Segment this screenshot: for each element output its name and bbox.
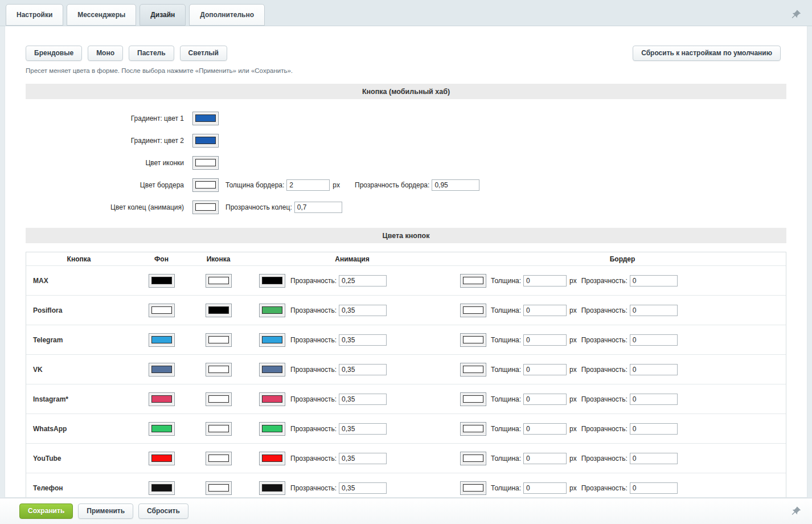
- border-color-swatch[interactable]: [460, 452, 486, 465]
- icon-color-swatch[interactable]: [206, 392, 232, 406]
- preset-pastel-button[interactable]: Пастель: [129, 46, 174, 61]
- px-label: px: [333, 181, 340, 189]
- icon-color-value: [208, 336, 229, 343]
- icon-color-swatch[interactable]: [206, 481, 232, 495]
- rings-color-swatch[interactable]: [192, 200, 219, 214]
- border-color-swatch[interactable]: [192, 178, 219, 192]
- border-color-swatch[interactable]: [460, 304, 486, 317]
- bg-color-swatch[interactable]: [149, 452, 175, 465]
- animation-color-swatch[interactable]: [259, 452, 285, 465]
- animation-color-swatch[interactable]: [259, 422, 285, 436]
- icon-color-swatch[interactable]: [206, 452, 232, 465]
- tab-settings[interactable]: Настройки: [6, 4, 63, 26]
- bg-color-value: [151, 425, 172, 432]
- border-color-swatch[interactable]: [460, 274, 486, 288]
- border-opacity-input[interactable]: [630, 305, 678, 316]
- preset-mono-button[interactable]: Моно: [88, 46, 123, 61]
- border-color-swatch[interactable]: [460, 481, 486, 495]
- animation-color-swatch[interactable]: [259, 392, 285, 406]
- animation-opacity-input[interactable]: [339, 423, 387, 435]
- animation-opacity-input[interactable]: [339, 394, 387, 405]
- border-thickness-input[interactable]: [523, 364, 567, 375]
- border-opacity-input[interactable]: [630, 364, 678, 375]
- save-button[interactable]: Сохранить: [19, 503, 73, 519]
- border-opacity-input[interactable]: [630, 453, 678, 464]
- border-thickness-input[interactable]: [523, 482, 567, 494]
- bg-color-swatch[interactable]: [149, 392, 175, 406]
- gradient2-color-swatch[interactable]: [192, 134, 219, 148]
- border-thickness-input[interactable]: [523, 423, 567, 435]
- bg-color-value: [151, 277, 172, 284]
- border-thickness-input[interactable]: [523, 334, 567, 346]
- border-thickness-input[interactable]: [523, 275, 567, 286]
- animation-color-swatch[interactable]: [259, 274, 285, 288]
- animation-opacity-input[interactable]: [339, 482, 387, 494]
- icon-color-swatch[interactable]: [206, 333, 232, 347]
- border-opacity-input[interactable]: [630, 334, 678, 346]
- gradient2-label: Градиент: цвет 2: [26, 137, 190, 145]
- thickness-label: Толщина:: [491, 455, 521, 462]
- bg-color-swatch[interactable]: [149, 422, 175, 436]
- icon-color-swatch[interactable]: [192, 156, 219, 170]
- animation-color-swatch[interactable]: [259, 304, 285, 317]
- reset-button[interactable]: Сбросить: [138, 503, 188, 519]
- opacity-label: Прозрачность:: [290, 306, 337, 314]
- column-header-border: Бордер: [459, 255, 786, 263]
- tab-design[interactable]: Дизайн: [140, 4, 186, 26]
- opacity-label: Прозрачность:: [581, 277, 628, 285]
- border-thickness-input[interactable]: [523, 394, 567, 405]
- bg-color-swatch[interactable]: [149, 363, 175, 376]
- bg-color-swatch[interactable]: [149, 481, 175, 495]
- animation-opacity-input[interactable]: [339, 364, 387, 375]
- icon-color-swatch[interactable]: [206, 274, 232, 288]
- animation-color-swatch[interactable]: [259, 481, 285, 495]
- animation-opacity-input[interactable]: [339, 334, 387, 346]
- icon-color-swatch[interactable]: [206, 363, 232, 376]
- border-thickness-input[interactable]: [286, 179, 330, 191]
- bg-color-swatch[interactable]: [149, 304, 175, 317]
- button-name: MAX: [26, 277, 132, 285]
- bg-color-swatch[interactable]: [149, 274, 175, 288]
- border-color-value: [463, 336, 483, 343]
- border-thickness-input[interactable]: [523, 305, 567, 316]
- gradient1-color-swatch[interactable]: [192, 112, 219, 125]
- icon-color-swatch[interactable]: [206, 304, 232, 317]
- border-opacity-input[interactable]: [630, 394, 678, 405]
- preset-light-button[interactable]: Светлый: [180, 46, 227, 61]
- animation-opacity-input[interactable]: [339, 453, 387, 464]
- animation-opacity-input[interactable]: [339, 275, 387, 286]
- tab-messengers[interactable]: Мессенджеры: [67, 4, 136, 26]
- border-color-swatch[interactable]: [460, 333, 486, 347]
- animation-color-swatch[interactable]: [259, 333, 285, 347]
- apply-button[interactable]: Применить: [78, 503, 133, 519]
- px-label: px: [569, 306, 577, 314]
- animation-opacity-input[interactable]: [339, 305, 387, 316]
- border-color-swatch[interactable]: [460, 422, 486, 436]
- border-color-swatch[interactable]: [460, 363, 486, 376]
- tab-additional[interactable]: Дополнительно: [189, 4, 265, 26]
- column-header-animation: Анимация: [245, 255, 459, 263]
- animation-color-swatch[interactable]: [259, 363, 285, 376]
- border-color-value: [463, 455, 483, 462]
- rings-opacity-input[interactable]: [294, 202, 342, 213]
- bg-color-value: [151, 395, 172, 403]
- preset-brand-button[interactable]: Брендовые: [26, 46, 82, 61]
- hub-form: Градиент: цвет 1 Градиент: цвет 2 Цвет и…: [26, 107, 786, 218]
- rings-color-row: Цвет колец (анимация) Прозрачность колец…: [26, 196, 786, 218]
- thickness-label: Толщина:: [491, 366, 521, 374]
- icon-color-value: [208, 425, 229, 432]
- border-opacity-input[interactable]: [630, 275, 678, 286]
- pin-icon[interactable]: [790, 506, 802, 517]
- border-opacity-input[interactable]: [630, 482, 678, 494]
- reset-to-default-button[interactable]: Сбросить к настройкам по умолчанию: [633, 46, 781, 61]
- section-header-button-colors: Цвета кнопок: [26, 228, 786, 243]
- border-opacity-input[interactable]: [630, 423, 678, 435]
- border-opacity-input[interactable]: [432, 179, 479, 191]
- pin-icon[interactable]: [790, 9, 802, 21]
- border-color-label: Цвет бордера: [26, 181, 190, 189]
- border-thickness-input[interactable]: [523, 453, 567, 464]
- animation-color-value: [262, 425, 282, 432]
- icon-color-swatch[interactable]: [206, 422, 232, 436]
- bg-color-swatch[interactable]: [149, 333, 175, 347]
- border-color-swatch[interactable]: [460, 392, 486, 406]
